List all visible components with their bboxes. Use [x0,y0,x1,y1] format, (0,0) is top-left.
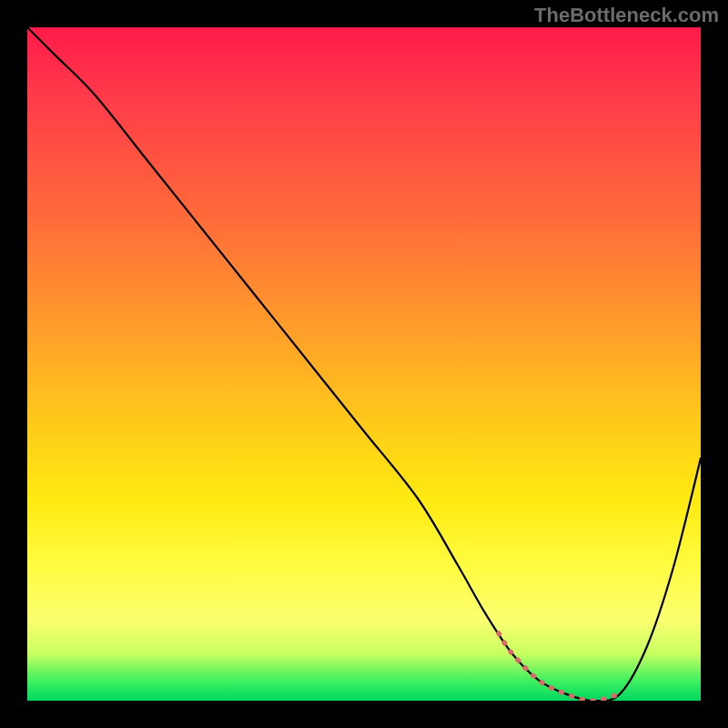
bottleneck-curve [27,27,701,701]
plot-area [27,27,701,701]
watermark-text: TheBottleneck.com [534,4,719,27]
chart-container: TheBottleneck.com [0,0,728,728]
curve-svg [27,27,701,701]
optimal-range-dots [499,633,622,701]
